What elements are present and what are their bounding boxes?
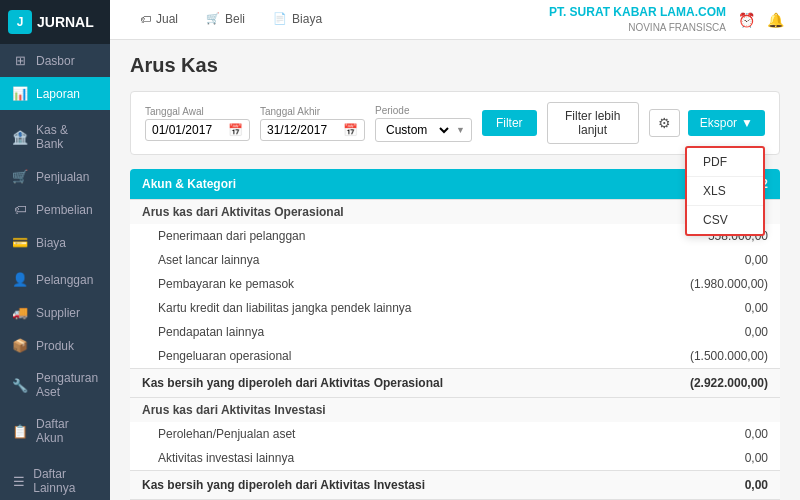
settings-gear-button[interactable]: ⚙	[649, 109, 680, 137]
periode-group: Periode Custom Monthly Quarterly Yearly …	[375, 105, 472, 142]
sidebar-item-label: Penjualan	[36, 170, 89, 184]
total-investasi-row: Kas bersih yang diperoleh dari Aktivitas…	[130, 471, 780, 500]
table-row: Aset lancar lainnya 0,00	[130, 248, 780, 272]
produk-icon: 📦	[12, 338, 28, 353]
tanggal-akhir-label: Tanggal Akhir	[260, 106, 365, 117]
sidebar-item-label: Biaya	[36, 236, 66, 250]
col-akun: Akun & Kategori	[130, 169, 619, 200]
penjualan-icon: 🛒	[12, 169, 28, 184]
filter-more-button[interactable]: Filter lebih lanjut	[547, 102, 639, 144]
filter-button[interactable]: Filter	[482, 110, 537, 136]
tanggal-awal-label: Tanggal Awal	[145, 106, 250, 117]
export-xls[interactable]: XLS	[687, 177, 763, 206]
beli-tab-icon: 🛒	[206, 12, 220, 25]
topbar-right: PT. SURAT KABAR LAMA.COM NOVINA FRANSISC…	[549, 5, 784, 34]
sidebar-item-label: Kas & Bank	[36, 123, 98, 151]
akun-icon: 📋	[12, 424, 28, 439]
sidebar-item-penjualan[interactable]: 🛒 Penjualan	[0, 160, 110, 193]
sidebar-item-laporan[interactable]: 📊 Laporan	[0, 77, 110, 110]
sidebar-item-label: Pembelian	[36, 203, 93, 217]
topbar-tabs: 🏷 Jual 🛒 Beli 📄 Biaya	[126, 0, 336, 39]
tanggal-awal-input[interactable]	[152, 123, 224, 137]
export-csv[interactable]: CSV	[687, 206, 763, 234]
table-row: Aktivitas investasi lainnya 0,00	[130, 446, 780, 471]
tab-beli[interactable]: 🛒 Beli	[192, 0, 259, 39]
export-dropdown: PDF XLS CSV	[685, 146, 765, 236]
sidebar-item-label: Supplier	[36, 306, 80, 320]
export-button[interactable]: Ekspor ▼	[688, 110, 765, 136]
logo-icon: J	[8, 10, 32, 34]
tanggal-akhir-input-wrap: 📅	[260, 119, 365, 141]
logo-text: JURNAL	[37, 14, 94, 30]
pelanggan-icon: 👤	[12, 272, 28, 287]
clock-icon[interactable]: ⏰	[738, 12, 755, 28]
sidebar-item-produk[interactable]: 📦 Produk	[0, 329, 110, 362]
biaya-icon: 💳	[12, 235, 28, 250]
sidebar-item-label: Pelanggan	[36, 273, 93, 287]
report-table: Akun & Kategori 01/01/2 Arus kas dari Ak…	[130, 169, 780, 500]
sidebar-item-label: Dasbor	[36, 54, 75, 68]
row-label: Aktivitas investasi lainnya	[130, 446, 619, 471]
sidebar-item-label: Pengaturan Aset	[36, 371, 98, 399]
total-investasi-label: Kas bersih yang diperoleh dari Aktivitas…	[130, 471, 619, 500]
sidebar-item-biaya[interactable]: 💳 Biaya	[0, 226, 110, 259]
export-pdf[interactable]: PDF	[687, 148, 763, 177]
tanggal-akhir-group: Tanggal Akhir 📅	[260, 106, 365, 141]
sidebar-item-pelanggan[interactable]: 👤 Pelanggan	[0, 263, 110, 296]
sidebar-item-pengaturan-aset[interactable]: 🔧 Pengaturan Aset	[0, 362, 110, 408]
row-value: 0,00	[619, 248, 780, 272]
company-info: PT. SURAT KABAR LAMA.COM NOVINA FRANSISC…	[549, 5, 726, 34]
filter-bar: Tanggal Awal 📅 Tanggal Akhir 📅 Periode C…	[130, 91, 780, 155]
sidebar-logo: J JURNAL	[0, 0, 110, 44]
tab-jual[interactable]: 🏷 Jual	[126, 0, 192, 39]
sidebar-item-daftar-akun[interactable]: 📋 Daftar Akun	[0, 408, 110, 454]
sidebar-item-dasbor[interactable]: ⊞ Dasbor	[0, 44, 110, 77]
page-content: Arus Kas Tanggal Awal 📅 Tanggal Akhir 📅 …	[110, 40, 800, 500]
table-row: Penerimaan dari pelanggan 558.000,00	[130, 224, 780, 248]
lainnya-icon: ☰	[12, 474, 25, 489]
bell-icon[interactable]: 🔔	[767, 12, 784, 28]
export-label: Ekspor	[700, 116, 737, 130]
row-value: 0,00	[619, 422, 780, 446]
sidebar-item-daftar-lainnya[interactable]: ☰ Daftar Lainnya	[0, 458, 110, 500]
periode-label: Periode	[375, 105, 472, 116]
row-value: (1.500.000,00)	[619, 344, 780, 369]
row-label: Penerimaan dari pelanggan	[130, 224, 619, 248]
table-row: Pengeluaran operasional (1.500.000,00)	[130, 344, 780, 369]
row-label: Aset lancar lainnya	[130, 248, 619, 272]
tanggal-awal-input-wrap: 📅	[145, 119, 250, 141]
chevron-down-icon: ▼	[456, 125, 465, 135]
sidebar-item-label: Daftar Lainnya	[33, 467, 98, 495]
section-operasional-header: Arus kas dari Aktivitas Operasional	[130, 200, 780, 225]
jual-tab-icon: 🏷	[140, 13, 151, 25]
row-label: Pembayaran ke pemasok	[130, 272, 619, 296]
topbar: 🏷 Jual 🛒 Beli 📄 Biaya PT. SURAT KABAR LA…	[110, 0, 800, 40]
total-operasional-row: Kas bersih yang diperoleh dari Aktivitas…	[130, 369, 780, 398]
table-row: Perolehan/Penjualan aset 0,00	[130, 422, 780, 446]
tanggal-akhir-input[interactable]	[267, 123, 339, 137]
company-name: PT. SURAT KABAR LAMA.COM	[549, 5, 726, 21]
sidebar-item-pembelian[interactable]: 🏷 Pembelian	[0, 193, 110, 226]
section-investasi-header: Arus kas dari Aktivitas Investasi	[130, 398, 780, 423]
tab-beli-label: Beli	[225, 12, 245, 26]
calendar-akhir-icon: 📅	[343, 123, 358, 137]
periode-select-wrap[interactable]: Custom Monthly Quarterly Yearly ▼	[375, 118, 472, 142]
calendar-awal-icon: 📅	[228, 123, 243, 137]
row-value: (1.980.000,00)	[619, 272, 780, 296]
table-row: Pendapatan lainnya 0,00	[130, 320, 780, 344]
aset-icon: 🔧	[12, 378, 28, 393]
sidebar-item-label: Laporan	[36, 87, 80, 101]
row-value: 0,00	[619, 320, 780, 344]
tab-jual-label: Jual	[156, 12, 178, 26]
periode-select[interactable]: Custom Monthly Quarterly Yearly	[382, 122, 452, 138]
laporan-icon: 📊	[12, 86, 28, 101]
supplier-icon: 🚚	[12, 305, 28, 320]
row-label: Pendapatan lainnya	[130, 320, 619, 344]
tanggal-awal-group: Tanggal Awal 📅	[145, 106, 250, 141]
total-operasional-value: (2.922.000,00)	[619, 369, 780, 398]
sidebar-item-supplier[interactable]: 🚚 Supplier	[0, 296, 110, 329]
filter-right: ⚙ Ekspor ▼ PDF XLS CSV	[649, 109, 765, 137]
tab-biaya[interactable]: 📄 Biaya	[259, 0, 336, 39]
sidebar-item-kas-bank[interactable]: 🏦 Kas & Bank	[0, 114, 110, 160]
export-wrap: Ekspor ▼ PDF XLS CSV	[688, 110, 765, 136]
